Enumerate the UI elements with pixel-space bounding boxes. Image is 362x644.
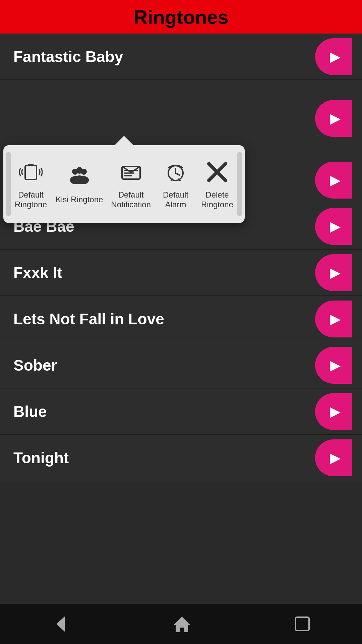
play-button[interactable]: ▶: [315, 38, 352, 75]
list-item[interactable]: Lets Not Fall in Love ▶: [0, 296, 362, 342]
svg-line-15: [171, 179, 173, 180]
page-title: Ringtones: [133, 6, 229, 28]
context-default-notification[interactable]: DefaultNotification: [108, 155, 154, 213]
delete-icon: [204, 159, 231, 185]
play-button[interactable]: ▶: [315, 347, 352, 384]
alarm-icon: [162, 159, 189, 185]
ringtone-list: Fantastic Baby ▶ ▶: [0, 34, 362, 481]
play-icon: ▶: [330, 403, 341, 420]
play-button[interactable]: ▶: [315, 162, 352, 199]
svg-marker-20: [174, 616, 190, 632]
context-menu: DefaultRingtone: [3, 145, 245, 223]
ringtone-name: Sober: [13, 356, 57, 374]
svg-rect-0: [25, 165, 37, 179]
svg-rect-21: [296, 617, 309, 631]
play-button[interactable]: ▶: [315, 100, 352, 137]
popup-scrollbar-left: [6, 152, 11, 216]
context-default-ringtone[interactable]: DefaultRingtone: [11, 155, 51, 213]
play-icon: ▶: [330, 311, 341, 327]
ringtone-name: Fxxk It: [13, 264, 62, 282]
context-delete-ringtone[interactable]: DeleteRingtone: [197, 155, 237, 213]
play-button[interactable]: ▶: [315, 301, 352, 337]
play-icon: ▶: [330, 218, 341, 234]
back-button[interactable]: [51, 615, 70, 633]
ringtone-name: Tonight: [13, 449, 69, 467]
popup-row: ▶: [0, 80, 362, 157]
play-button[interactable]: ▶: [315, 439, 352, 476]
phone-vibrate-icon: [17, 159, 44, 185]
play-icon: ▶: [330, 357, 341, 373]
context-default-alarm[interactable]: DefaultAlarm: [156, 155, 196, 213]
play-button[interactable]: ▶: [315, 208, 352, 245]
play-icon: ▶: [330, 172, 341, 188]
ringtone-name: Blue: [13, 402, 47, 421]
play-button[interactable]: ▶: [315, 393, 352, 430]
list-item[interactable]: Blue ▶: [0, 388, 362, 435]
context-menu-arrow: [114, 136, 134, 146]
list-item[interactable]: Tonight ▶: [0, 435, 362, 481]
list-item[interactable]: Sober ▶: [0, 342, 362, 388]
context-menu-items: DefaultRingtone: [10, 155, 238, 213]
svg-line-14: [176, 173, 179, 175]
svg-rect-1: [28, 164, 34, 166]
svg-point-6: [76, 167, 83, 174]
context-label: Kisi Ringtone: [56, 195, 103, 205]
recents-button[interactable]: [294, 615, 311, 632]
play-icon: ▶: [330, 449, 341, 466]
popup-scrollbar[interactable]: [237, 152, 242, 216]
play-icon: ▶: [330, 264, 341, 281]
context-label: DefaultAlarm: [163, 190, 188, 210]
context-kisi-ringtone[interactable]: Kisi Ringtone: [52, 160, 106, 208]
context-label: DefaultRingtone: [15, 190, 47, 210]
navigation-bar: [0, 604, 362, 644]
svg-point-7: [74, 175, 85, 184]
context-label: DeleteRingtone: [201, 190, 233, 210]
list-item[interactable]: Fantastic Baby ▶: [0, 34, 362, 80]
play-button[interactable]: ▶: [315, 254, 352, 291]
svg-marker-19: [56, 616, 65, 632]
play-icon: ▶: [330, 110, 341, 126]
home-button[interactable]: [173, 615, 191, 633]
context-label: DefaultNotification: [111, 190, 151, 210]
app-header: Ringtones: [0, 0, 362, 34]
ringtone-name: Lets Not Fall in Love: [13, 310, 164, 328]
svg-line-16: [179, 179, 180, 180]
notification-icon: [118, 159, 144, 185]
play-icon: ▶: [330, 48, 341, 65]
person-icon: [66, 163, 93, 190]
list-item[interactable]: Fxxk It ▶: [0, 250, 362, 296]
ringtone-name: Fantastic Baby: [13, 48, 123, 66]
